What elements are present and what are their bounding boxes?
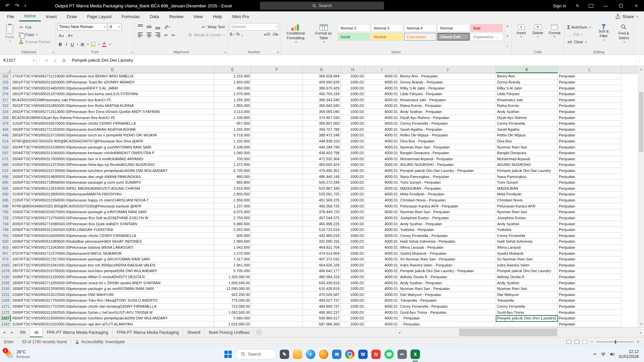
increase-decimal-icon[interactable]: ◂.00 [264,33,270,36]
row-header-763[interactable]: 763 [0,233,11,239]
cell-e[interactable]: 1.040.000 [214,150,251,156]
cell-k[interactable]: Adhisty Desita R [496,274,558,280]
cell-k[interactable]: Mrita Firodiyah [496,191,558,197]
cell-k[interactable]: Cenny Firnanella [496,233,558,239]
cell-h[interactable]: 1000.03 [341,304,365,310]
cell-d[interactable]: 3005/FTSCY/WS952715980500.00Pelunasan Bo… [11,221,214,227]
cell-k[interactable]: Andy Syafran [496,221,558,227]
cell-f[interactable] [251,197,303,203]
cell-f[interactable] [251,73,303,79]
cell-d[interactable]: 2705/FTSCY/WS952712750000.00Pelunasan Bo… [11,215,214,221]
cell-h[interactable]: 1000.03 [341,215,365,221]
cell-j[interactable]: Benny Ario - Penjualan [399,73,496,79]
horizontal-scrollbar[interactable]: ◂ ▸ [396,327,644,337]
cell-k[interactable]: Cenny Firnanella [496,304,558,310]
sort-filter-button[interactable]: Sort & Filter ▾ [594,23,613,49]
cell-l[interactable]: Penjualan [558,321,622,327]
cell-h[interactable]: 1000.03 [341,73,365,79]
tab-file[interactable]: File [2,11,19,21]
cell-f[interactable] [251,144,303,150]
new-sheet-button[interactable]: + [254,327,264,337]
cell-k[interactable]: Tokopedia [496,298,558,304]
cell-i[interactable]: 4000.01 [365,250,399,256]
underline-button[interactable]: U [69,41,75,48]
cell-g[interactable]: 457.044.375 [303,215,341,221]
cell-k[interactable]: Khasinatuz zaki [496,97,558,103]
cell-i[interactable]: 4000.01 [365,292,399,298]
style-normal-2[interactable]: Normal 2 [338,24,370,32]
cell-i[interactable]: 4000.01 [365,309,399,315]
row-header-665[interactable]: 665 [0,180,11,186]
cell-l[interactable]: Penjualan [558,109,622,115]
cell-e[interactable]: 1.216.000 [214,73,251,79]
orientation-icon[interactable]: ab▾ [163,23,171,31]
horizontal-scroll-track[interactable] [403,327,637,337]
cell-k[interactable]: Wena Larasati [496,245,558,251]
cell-h[interactable]: 1000.03 [341,197,365,203]
row-header-973[interactable]: 973 [0,256,11,262]
cell-g[interactable]: 442.485.018 [303,233,341,239]
cell-e[interactable]: 5.680.000 [214,315,251,321]
increase-indent-icon[interactable]: ≡▸ [170,31,176,39]
cell-k[interactable]: Dwi Wahyuni [496,292,558,298]
cell-j[interactable]: Donny Arandy - Penjualan [399,79,496,85]
cell-h[interactable]: 1000.03 [341,233,365,239]
expand-formula-bar-icon[interactable]: ⌄ [635,55,644,66]
cell-g[interactable]: 374.457.030 [303,115,341,121]
cell-i[interactable]: 4000.01 [365,109,399,115]
cell-l[interactable]: Penjualan [558,85,622,91]
titlebar-search-box[interactable]: Search [260,2,384,10]
cell-i[interactable]: 4000.01 [365,304,399,310]
cell-e[interactable]: 1.292.000 [214,126,251,132]
cell-e[interactable]: 1.372.500 [214,162,251,168]
cell-h[interactable]: 1000.03 [341,121,365,127]
zoom-in-icon[interactable]: + [637,339,639,344]
cell-l[interactable]: Penjualan [558,150,622,156]
cell-l[interactable]: Penjualan [558,197,622,203]
borders-icon[interactable]: ⊞ [79,41,86,48]
cell-i[interactable]: 4000.01 [365,115,399,121]
cell-l[interactable]: Penjualan [558,304,622,310]
cell-l[interactable]: Penjualan [558,103,622,109]
cell-j[interactable]: Nyoman Rani Sari - Penjualan [399,286,496,292]
vertical-scrollbar[interactable]: ▲ ▼ [638,66,644,327]
cell-e[interactable]: 12.090.000.00 [214,286,251,292]
cell-i[interactable]: 4000.01 [365,79,399,85]
font-name-select[interactable]: Times New Roman▾ [57,23,107,31]
row-header-734[interactable]: 734 [0,221,11,227]
cell-h[interactable]: 1000.03 [341,97,365,103]
cell-d[interactable]: 2904/FTSCY/WS950317000000.00pelunasan bo… [11,156,214,162]
share-button[interactable]: Share ▾ [609,11,644,21]
cell-f[interactable] [251,174,303,180]
cell-d[interactable]: 2602/FTSCY/WS952713113000.00Pelunasan Bo… [11,109,214,115]
row-header-584[interactable]: 584 [0,162,11,168]
cell-l[interactable]: Penjualan [558,203,622,209]
cell-d[interactable]: 0607/FTSCY/WS952711042600.00Pelunasan ba… [11,245,214,251]
cell-j[interactable]: Sarah Agatha - Penjualan [399,126,496,132]
cell-h[interactable]: 1000.03 [341,138,365,144]
cell-g[interactable]: 436.403.798 [303,150,341,156]
cell-l[interactable]: Penjualan [558,298,622,304]
font-color-icon[interactable]: A [101,41,108,48]
cell-k[interactable]: Andy Syafran [496,280,558,286]
cell-h[interactable]: 1000.03 [341,156,365,162]
cell-e[interactable]: 1.558.000 [214,197,251,203]
cell-k[interactable]: Donny Arandy [496,79,558,85]
cell-k[interactable]: Diyah Ayu Rahma [496,115,558,121]
row-header-323[interactable]: 323 [0,103,11,109]
cell-l[interactable]: Penjualan [558,315,622,321]
cell-h[interactable]: 1000.03 [341,103,365,109]
cell-l[interactable]: Penjualan [558,138,622,144]
cell-k[interactable]: Ratna Kurnia [496,103,558,109]
cell-e[interactable]: 2.615.000 [214,186,251,192]
accessibility-status[interactable]: Accessibility: Investigate [71,340,129,344]
cell-e[interactable]: 3.113.000 [214,109,251,115]
cell-e[interactable]: 2.270.000 [214,250,251,256]
row-header-1190[interactable]: 1190 [0,274,11,280]
row-header-1271[interactable]: 1271 [0,304,11,310]
cell-j[interactable]: Wena Larasati - Penjualan [399,245,496,251]
decrease-font-size-button[interactable]: A▼ [67,32,74,39]
cell-i[interactable]: 4000.01 [365,262,399,268]
alignment-dialog-launcher[interactable] [224,51,226,53]
row-header-1343[interactable]: 1343 [0,321,11,327]
